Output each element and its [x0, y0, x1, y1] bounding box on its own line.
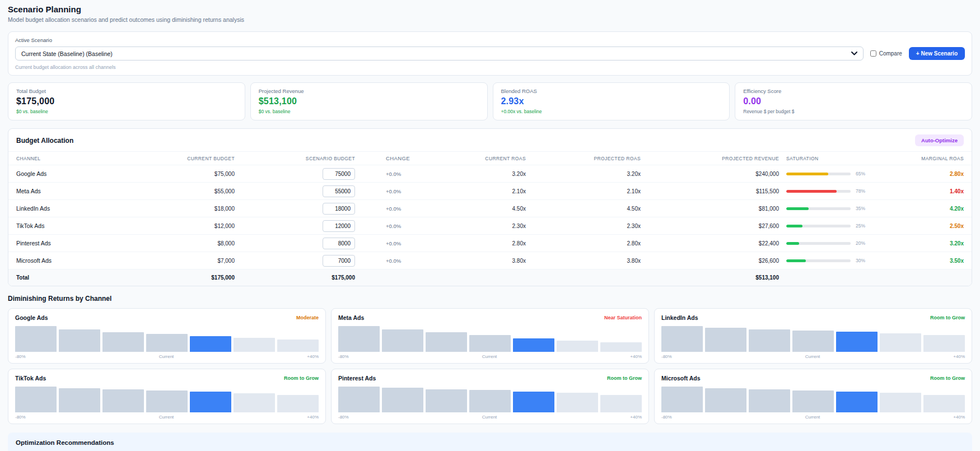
axis-label-right: +40% — [953, 354, 965, 359]
scenario-budget-input[interactable] — [323, 185, 355, 197]
axis-label-left: -80% — [661, 415, 672, 420]
change-value: +0.0% — [355, 206, 439, 212]
kpi-value: 0.00 — [743, 96, 964, 106]
axis-label-center: Current — [482, 354, 497, 359]
kpi-value: $513,100 — [259, 96, 479, 106]
chart-status-badge: Room to Grow — [930, 375, 965, 381]
budget-level-bar — [382, 388, 423, 412]
current-roas-value: 3.80x — [439, 258, 526, 264]
current-budget-bar — [836, 392, 878, 412]
kpi-card: Total Budget$175,000$0 vs. baseline — [8, 82, 245, 120]
chart-channel-name: Google Ads — [15, 314, 48, 321]
kpi-card: Efficiency Score0.00Revenue $ per budget… — [735, 82, 972, 120]
saturation-percent: 78% — [856, 188, 865, 194]
saturation-percent: 35% — [856, 206, 865, 211]
page-subtitle: Model budget allocation scenarios and pr… — [8, 16, 972, 23]
saturation-cell: 20% — [779, 240, 899, 246]
axis-label-center: Current — [159, 354, 174, 359]
table-row: LinkedIn Ads$18,000+0.0%4.50x4.50x$81,00… — [8, 199, 972, 217]
total-projected-revenue: $513,100 — [641, 275, 779, 281]
table-row: Pinterest Ads$8,000+0.0%2.80x2.80x$22,40… — [8, 234, 972, 252]
budget-level-bar — [749, 389, 790, 412]
channel-name: TikTok Ads — [16, 222, 100, 229]
total-scenario-budget: $175,000 — [235, 275, 355, 281]
scenario-budget-input[interactable] — [323, 168, 355, 180]
kpi-label: Blended ROAS — [501, 88, 722, 94]
scenario-select[interactable]: Current State (Baseline) (Baseline) — [15, 47, 864, 61]
change-value: +0.0% — [355, 188, 439, 194]
budget-level-bar — [277, 395, 319, 412]
channel-name: Meta Ads — [16, 188, 100, 194]
table-header-row: CHANNELCURRENT BUDGETSCENARIO BUDGETCHAN… — [8, 151, 972, 165]
channel-name: Microsoft Ads — [16, 257, 100, 264]
chart-axis-labels: -80%Current+40% — [15, 415, 319, 420]
chart-status-badge: Room to Grow — [607, 375, 642, 381]
chevron-down-icon — [851, 52, 857, 55]
budget-level-bar — [600, 342, 642, 352]
current-budget-value: $75,000 — [100, 171, 235, 177]
channel-chart-card: Meta AdsNear Saturation-80%Current+40% — [331, 308, 649, 364]
chart-channel-name: Pinterest Ads — [338, 375, 376, 382]
projected-revenue-value: $26,600 — [641, 258, 779, 264]
axis-label-center: Current — [805, 354, 820, 359]
budget-level-bar — [338, 326, 380, 352]
scenario-budget-input[interactable] — [323, 220, 355, 232]
column-header: CURRENT BUDGET — [100, 156, 235, 161]
channel-chart-card: LinkedIn AdsRoom to Grow-80%Current+40% — [654, 308, 972, 364]
budget-level-bar — [234, 393, 275, 412]
saturation-bar-track — [786, 259, 851, 262]
current-roas-value: 2.10x — [439, 188, 526, 194]
compare-checkbox[interactable] — [870, 50, 876, 57]
scenario-budget-input[interactable] — [323, 255, 355, 267]
axis-label-center: Current — [805, 415, 820, 420]
kpi-label: Projected Revenue — [259, 88, 479, 94]
budget-level-bar — [749, 329, 790, 352]
table-row: Google Ads$75,000+0.0%3.20x3.20x$240,000… — [8, 165, 972, 182]
projected-revenue-value: $81,000 — [641, 206, 779, 212]
response-curve-chart — [661, 387, 965, 412]
current-budget-bar — [190, 392, 231, 412]
channel-chart-card: TikTok AdsRoom to Grow-80%Current+40% — [8, 369, 326, 424]
column-header: SCENARIO BUDGET — [235, 156, 355, 161]
scenario-budget-input[interactable] — [323, 203, 355, 215]
saturation-bar-track — [786, 190, 851, 193]
kpi-subtext: $0 vs. baseline — [16, 109, 237, 114]
current-budget-value: $55,000 — [100, 188, 235, 194]
column-header: CHANNEL — [16, 156, 100, 161]
chart-axis-labels: -80%Current+40% — [661, 354, 965, 359]
budget-level-bar — [923, 335, 965, 352]
budget-level-bar — [338, 387, 380, 412]
budget-allocation-panel: Budget Allocation Auto-Optimize CHANNELC… — [8, 128, 972, 286]
axis-label-right: +40% — [307, 415, 319, 420]
marginal-roas-value: 2.80x — [899, 171, 964, 177]
chart-channel-name: Microsoft Ads — [661, 375, 701, 382]
diminishing-returns-section: Diminishing Returns by Channel Google Ad… — [8, 295, 972, 424]
marginal-roas-value: 3.50x — [899, 258, 964, 264]
response-curve-chart — [15, 387, 319, 412]
current-budget-value: $12,000 — [100, 223, 235, 229]
current-budget-value: $8,000 — [100, 240, 235, 247]
column-header: PROJECTED ROAS — [526, 156, 641, 161]
axis-label-left: -80% — [661, 354, 672, 359]
marginal-roas-value: 3.20x — [899, 240, 964, 247]
budget-level-bar — [59, 388, 100, 412]
response-curve-chart — [661, 326, 965, 352]
saturation-bar-track — [786, 225, 851, 227]
diminishing-returns-grid: Google AdsModerate-80%Current+40%Meta Ad… — [8, 308, 972, 424]
current-roas-value: 3.20x — [439, 171, 526, 177]
compare-toggle[interactable]: Compare — [870, 50, 902, 57]
axis-label-right: +40% — [630, 354, 642, 359]
active-scenario-label: Active Scenario — [15, 37, 965, 43]
change-value: +0.0% — [355, 171, 439, 177]
axis-label-center: Current — [159, 415, 174, 420]
new-scenario-button[interactable]: + New Scenario — [909, 47, 965, 60]
kpi-subtext: +0.00x vs. baseline — [501, 109, 722, 114]
scenario-budget-input[interactable] — [323, 238, 355, 249]
budget-level-bar — [705, 328, 746, 352]
chart-axis-labels: -80%Current+40% — [15, 354, 319, 359]
auto-optimize-button[interactable]: Auto-Optimize — [915, 134, 964, 146]
axis-label-left: -80% — [15, 415, 26, 420]
current-budget-bar — [513, 338, 554, 352]
kpi-label: Total Budget — [16, 88, 237, 94]
channel-name: LinkedIn Ads — [16, 205, 100, 212]
